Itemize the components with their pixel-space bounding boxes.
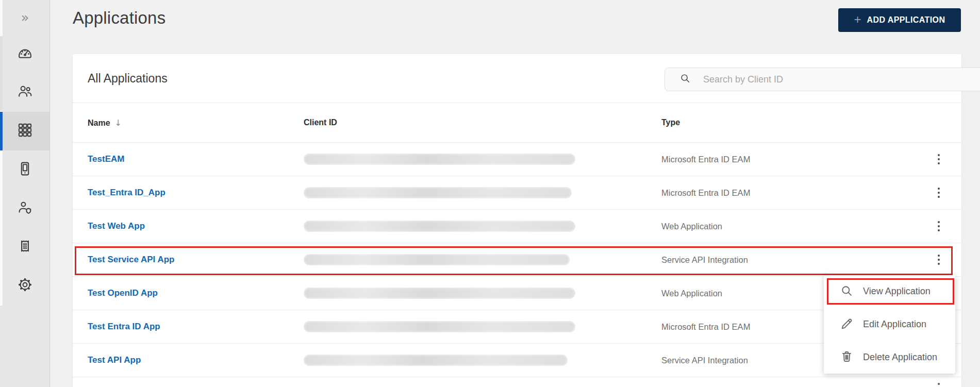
client-id-redacted <box>304 187 572 198</box>
table-row: Test Web App Web Application <box>73 210 961 243</box>
app-name-link[interactable]: Test Service API App <box>88 255 174 265</box>
search-input[interactable] <box>703 74 980 85</box>
card-title: All Applications <box>88 72 168 86</box>
apps-grid-icon <box>17 122 33 140</box>
sidebar-item-settings[interactable] <box>0 266 49 305</box>
app-name-link[interactable]: TestEAM <box>88 154 124 164</box>
app-type: Service API Integration <box>661 255 748 265</box>
menu-item-delete-application[interactable]: Delete Application <box>824 341 955 374</box>
menu-item-view-application[interactable]: View Application <box>824 275 955 308</box>
client-id-redacted <box>304 221 575 232</box>
row-actions-menu-button[interactable] <box>929 148 948 171</box>
client-id-redacted <box>304 355 568 366</box>
column-header-name[interactable]: Name ↓ <box>88 118 122 128</box>
app-name-link[interactable]: Test Entra ID App <box>88 322 160 332</box>
page-title: Applications <box>73 8 165 28</box>
sort-descending-icon: ↓ <box>115 118 122 128</box>
sidebar-item-dashboard[interactable] <box>0 35 49 73</box>
app-type: Web Application <box>661 289 722 298</box>
gear-icon <box>17 277 33 295</box>
row-actions-menu-button[interactable] <box>929 248 948 271</box>
users-icon <box>17 83 33 102</box>
trash-icon <box>840 349 863 365</box>
sidebar-expand-button[interactable]: » <box>0 8 50 27</box>
app-type: Service API Integration <box>661 356 748 365</box>
sidebar-item-identity-security[interactable] <box>0 189 49 228</box>
row-actions-menu-button[interactable] <box>929 215 948 238</box>
search-icon <box>679 73 691 86</box>
sidebar-item-users[interactable] <box>0 73 49 112</box>
column-header-type: Type <box>661 118 680 127</box>
user-shield-icon <box>17 199 33 217</box>
sidebar-item-applications[interactable] <box>0 112 49 150</box>
client-id-redacted <box>304 288 575 299</box>
receipt-icon <box>17 238 33 256</box>
sidebar-item-devices[interactable] <box>0 150 49 189</box>
app-name-link[interactable]: Test Web App <box>88 221 145 231</box>
chevrons-right-icon: » <box>21 11 29 24</box>
row-actions-menu-button[interactable] <box>929 181 948 204</box>
column-header-client-id: Client ID <box>304 118 337 127</box>
sidebar-nav <box>0 35 49 305</box>
client-id-redacted <box>304 254 570 265</box>
sidebar-item-logs[interactable] <box>0 228 49 266</box>
card-header: All Applications <box>73 54 961 103</box>
gauge-icon <box>17 45 33 63</box>
app-type: Microsoft Entra ID EAM <box>661 322 750 332</box>
sidebar: » <box>0 0 50 387</box>
plus-icon: + <box>854 13 861 26</box>
add-application-button[interactable]: + ADD APPLICATION <box>838 8 961 32</box>
client-id-redacted <box>304 154 575 165</box>
table-row-highlighted: Test Service API App Service API Integra… <box>73 243 961 277</box>
context-menu: View Application Edit Application Delete… <box>824 275 955 374</box>
magnifier-icon <box>840 284 863 299</box>
client-id-redacted <box>304 321 575 332</box>
app-type: Microsoft Entra ID EAM <box>661 188 750 198</box>
app-name-link[interactable]: Test API App <box>88 355 141 365</box>
pencil-icon <box>840 317 863 332</box>
table-row: Test_Entra ID_App Microsoft Entra ID EAM <box>73 176 961 210</box>
search-box[interactable] <box>665 68 980 91</box>
mobile-device-icon <box>17 161 33 179</box>
app-name-link[interactable]: Test_Entra ID_App <box>88 188 165 198</box>
add-application-label: ADD APPLICATION <box>867 15 945 25</box>
table-header: Name ↓ Client ID Type <box>73 103 961 143</box>
table-row: TestEAM Microsoft Entra ID EAM <box>73 143 961 176</box>
app-type: Microsoft Entra ID EAM <box>661 155 750 164</box>
menu-item-edit-application[interactable]: Edit Application <box>824 308 955 341</box>
app-type: Web Application <box>661 222 722 231</box>
app-name-link[interactable]: Test OpenID App <box>88 288 158 298</box>
clipped-row-kebab-dot <box>938 383 940 385</box>
